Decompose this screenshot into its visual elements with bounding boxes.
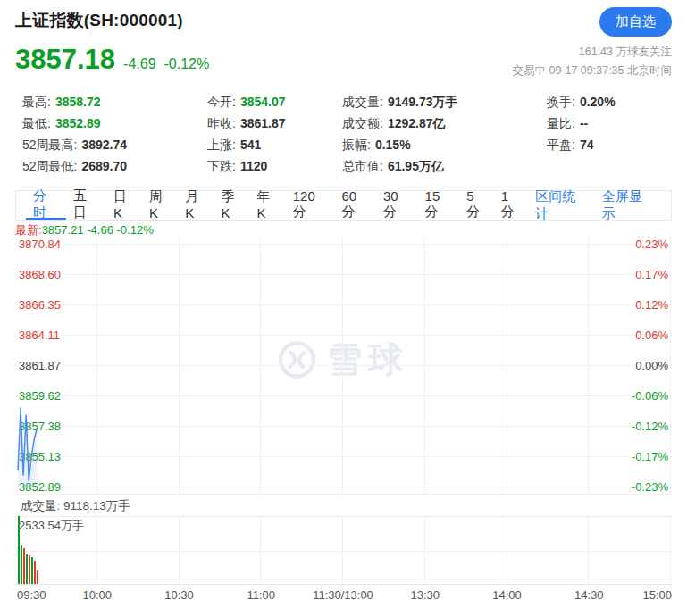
quote-meta: 161.43 万球友关注 交易中 09-17 09:37:35 北京时间	[512, 43, 672, 79]
chart-tool-link[interactable]: 区间统计	[528, 188, 594, 222]
stat-item: 振幅:0.15%	[342, 134, 547, 155]
stat-label: 最低:	[22, 116, 51, 130]
intraday-price-chart[interactable]: 雪球 3870.840.23%3868.600.17%3866.350.12%3…	[15, 237, 672, 494]
time-axis-label: 10:00	[82, 588, 112, 602]
stat-item: 总市值:61.95万亿	[342, 155, 547, 177]
chart-period-tab[interactable]: 60分	[334, 191, 376, 220]
chart-period-tab[interactable]: 季K	[214, 191, 249, 220]
price-change: -4.69	[123, 56, 155, 71]
stat-value: 3892.74	[81, 137, 127, 152]
stat-item: 下跌:1120	[207, 155, 342, 177]
stats-column: 换手:0.20%量比:--平盘:74	[547, 91, 672, 177]
chart-period-tab[interactable]: 分时	[26, 191, 66, 220]
quote-summary: 3857.18-4.69-0.12% 161.43 万球友关注 交易中 09-1…	[0, 45, 687, 79]
chart-period-tab[interactable]: 120分	[286, 191, 335, 220]
stat-value: 3854.07	[240, 95, 286, 109]
stock-quote-page: 上证指数(SH:000001) 加自选 3857.18-4.69-0.12% 1…	[0, 0, 687, 616]
volume-bar	[26, 554, 28, 584]
stat-item: 今开:3854.07	[207, 91, 342, 112]
time-axis-label: 13:30	[410, 588, 440, 602]
chart-period-tab[interactable]: 月K	[178, 191, 214, 220]
volume-chart[interactable]: 2533.54万手	[15, 517, 672, 585]
stat-item: 换手:0.20%	[547, 91, 672, 112]
volume-bar	[21, 545, 22, 584]
chart-period-tab[interactable]: 5分	[459, 191, 494, 220]
stat-label: 总市值:	[342, 159, 383, 173]
stat-label: 成交量:	[342, 95, 383, 109]
stat-label: 52周最高:	[22, 137, 77, 152]
stat-label: 上涨:	[207, 137, 236, 152]
stat-label: 量比:	[547, 116, 575, 130]
stat-value: 2689.70	[81, 159, 127, 173]
stat-item: 量比:--	[547, 112, 672, 134]
stat-value: 1120	[240, 159, 267, 173]
stat-label: 振幅:	[342, 137, 371, 152]
stat-value: 74	[580, 137, 594, 152]
stat-label: 昨收:	[207, 116, 236, 130]
stats-column: 今开:3854.07昨收:3861.87上涨:541下跌:1120	[207, 91, 342, 177]
horizontal-gridline	[15, 551, 672, 552]
time-axis-label: 10:30	[164, 588, 194, 602]
chart-period-tab[interactable]: 日K	[106, 191, 142, 220]
price-line-svg	[15, 237, 671, 494]
chart-period-tabs: 分时五日日K周K月K季K年K120分60分30分15分5分1分	[26, 191, 528, 220]
stat-label: 平盘:	[547, 137, 575, 152]
stat-item: 平盘:74	[547, 134, 672, 155]
stat-value: 541	[240, 137, 261, 152]
stats-column: 成交量:9149.73万手成交额:1292.87亿振幅:0.15%总市值:61.…	[342, 91, 547, 177]
latest-label: 最新:	[15, 223, 42, 237]
stat-item: 成交量:9149.73万手	[342, 91, 547, 112]
chart-tool-link[interactable]: 全屏显示	[595, 188, 661, 222]
time-axis-label: 09:30	[17, 588, 46, 602]
stat-label: 换手:	[547, 95, 575, 109]
chart-tools: 区间统计全屏显示	[528, 191, 661, 220]
page-title: 上证指数(SH:000001)	[15, 11, 183, 29]
stat-value: 0.15%	[375, 137, 411, 152]
followers-count: 161.43 万球友关注	[512, 43, 672, 62]
stat-label: 52周最低:	[22, 159, 77, 173]
chart-period-tabbar: 分时五日日K周K月K季K年K120分60分30分15分5分1分 区间统计全屏显示	[15, 190, 672, 221]
stat-item: 昨收:3861.87	[207, 112, 342, 134]
stat-value: 1292.87亿	[388, 116, 446, 130]
chart-period-tab[interactable]: 30分	[376, 191, 418, 220]
stats-column: 最高:3858.72最低:3852.8952周最高:3892.7452周最低:2…	[22, 91, 207, 177]
volume-header: 成交量: 9118.13万手	[15, 494, 672, 517]
stat-item: 上涨:541	[207, 134, 342, 155]
stat-value: 3858.72	[55, 95, 101, 109]
volume-bar	[29, 555, 30, 584]
stat-value: 61.95万亿	[388, 159, 444, 173]
volume-bar	[34, 561, 36, 584]
latest-quote-line: 最新:3857.21 -4.66 -0.12%	[15, 223, 672, 237]
chart-period-tab[interactable]: 年K	[250, 191, 286, 220]
session-timestamp: 交易中 09-17 09:37:35 北京时间	[512, 62, 672, 80]
stat-label: 成交额:	[342, 116, 383, 130]
stat-value: 0.20%	[580, 95, 616, 109]
time-axis-label: 14:30	[574, 588, 604, 602]
stat-label: 最高:	[22, 95, 51, 109]
latest-price: 3857.21	[42, 223, 84, 237]
chart-period-tab[interactable]: 1分	[494, 191, 529, 220]
time-axis-label: 15:00	[642, 588, 672, 602]
volume-bar	[31, 557, 33, 584]
time-axis: 09:3010:0010:3011:0011:30/13:0013:3014:0…	[15, 585, 672, 604]
page-header: 上证指数(SH:000001) 加自选	[0, 0, 687, 32]
chart-period-tab[interactable]: 周K	[142, 191, 178, 220]
stat-item: 52周最高:3892.74	[22, 134, 207, 155]
stats-grid: 最高:3858.72最低:3852.8952周最高:3892.7452周最低:2…	[0, 91, 687, 177]
stat-item: 最低:3852.89	[22, 112, 207, 134]
chart-period-tab[interactable]: 五日	[66, 191, 106, 220]
volume-bar	[23, 548, 25, 584]
price-change-percent: -0.12%	[164, 56, 210, 71]
stat-label: 下跌:	[207, 159, 236, 173]
chart-period-tab[interactable]: 15分	[418, 191, 460, 220]
stat-item: 最高:3858.72	[22, 91, 207, 112]
stat-value: 3852.89	[55, 116, 101, 130]
stat-item: 52周最低:2689.70	[22, 155, 207, 177]
time-axis-label: 14:00	[492, 588, 522, 602]
stat-value: 3861.87	[240, 116, 286, 130]
add-watchlist-button[interactable]: 加自选	[599, 7, 672, 37]
stat-value: 9149.73万手	[388, 95, 458, 109]
stat-item: 成交额:1292.87亿	[342, 112, 547, 134]
stat-label: 今开:	[207, 95, 236, 109]
latest-percent: -0.12%	[117, 223, 154, 237]
